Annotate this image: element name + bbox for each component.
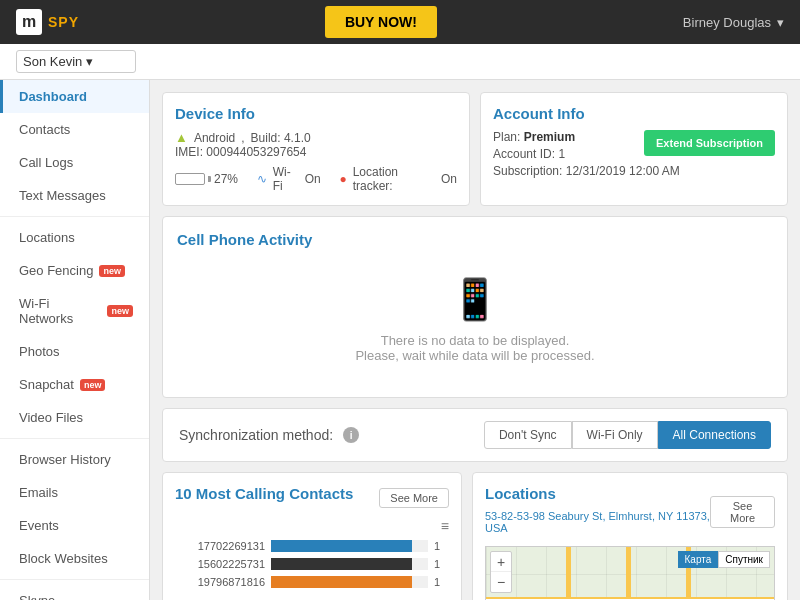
main-layout: DashboardContactsCall LogsText MessagesL…	[0, 80, 800, 600]
most-calling-title: 10 Most Calling Contacts	[175, 485, 353, 502]
android-icon: ▲	[175, 130, 188, 145]
wifi-label: Wi-Fi	[273, 165, 299, 193]
sync-method-label: Synchronization method:	[179, 427, 333, 443]
sidebar-label-dashboard: Dashboard	[19, 89, 87, 104]
sidebar-label-events: Events	[19, 518, 59, 533]
sidebar-item-dashboard[interactable]: Dashboard	[0, 80, 149, 113]
content-area: Device Info ▲ Android, Build: 4.1.0 IMEI…	[150, 80, 800, 600]
map-zoom-in-button[interactable]: +	[491, 552, 511, 572]
locations-see-more-button[interactable]: See More	[710, 496, 775, 528]
sidebar-divider	[0, 216, 149, 217]
map-type-buttons: Карта Спутник	[678, 551, 770, 568]
bar-container	[271, 576, 428, 588]
account-info-card: Account Info Plan: Premium Extend Subscr…	[480, 92, 788, 206]
sidebar-item-geo-fencing[interactable]: Geo Fencingnew	[0, 254, 149, 287]
menu-icon[interactable]: ≡	[175, 518, 449, 534]
locations-title: Locations	[485, 485, 710, 502]
most-calling-card: 10 Most Calling Contacts See More ≡ 1770…	[162, 472, 462, 600]
no-data-area: 📱 There is no data to be displayed. Plea…	[177, 256, 773, 383]
sidebar-item-call-logs[interactable]: Call Logs	[0, 146, 149, 179]
most-calling-see-more-button[interactable]: See More	[379, 488, 449, 508]
sidebar-label-call-logs: Call Logs	[19, 155, 73, 170]
no-data-line2: Please, wait while data will be processe…	[355, 348, 594, 363]
subscription-date: 12/31/2019 12:00 AM	[566, 164, 680, 178]
device-status-line: 27% ∿ Wi-Fi On ● Location tracker: On	[175, 165, 457, 193]
map-zoom-controls: + −	[490, 551, 512, 593]
locations-header: Locations 53-82-53-98 Seabury St, Elmhur…	[485, 485, 775, 538]
sidebar-label-wi-fi-networks: Wi-Fi Networks	[19, 296, 101, 326]
map-type-carta-button[interactable]: Карта	[678, 551, 719, 568]
sidebar-label-browser-history: Browser History	[19, 452, 111, 467]
account-id-value: 1	[558, 147, 565, 161]
sidebar-item-skype[interactable]: Skype	[0, 584, 149, 600]
user-name: Birney Douglas	[683, 15, 771, 30]
cell-phone-activity-card: Cell Phone Activity 📱 There is no data t…	[162, 216, 788, 398]
account-plan-value: Premium	[524, 130, 575, 144]
info-cards-row: Device Info ▲ Android, Build: 4.1.0 IMEI…	[162, 92, 788, 206]
bar-fill	[271, 558, 412, 570]
sidebar-item-snapchat[interactable]: Snapchatnew	[0, 368, 149, 401]
bar-fill	[271, 540, 412, 552]
sync-wifi-only-button[interactable]: Wi-Fi Only	[572, 421, 658, 449]
device-os-line: ▲ Android, Build: 4.1.0	[175, 130, 457, 145]
sidebar-item-events[interactable]: Events	[0, 509, 149, 542]
sidebar-item-wi-fi-networks[interactable]: Wi-Fi Networksnew	[0, 287, 149, 335]
sidebar-item-contacts[interactable]: Contacts	[0, 113, 149, 146]
battery-tip	[208, 176, 211, 182]
header: m SPY BUY NOW! Birney Douglas ▾	[0, 0, 800, 44]
badge-new-snapchat: new	[80, 379, 106, 391]
account-subscription-line: Subscription: 12/31/2019 12:00 AM	[493, 164, 775, 178]
battery-pct: 27%	[214, 172, 238, 186]
sidebar-label-text-messages: Text Messages	[19, 188, 106, 203]
no-data-line1: There is no data to be displayed.	[381, 333, 570, 348]
account-info-title: Account Info	[493, 105, 775, 122]
extend-subscription-button[interactable]: Extend Subscription	[644, 130, 775, 156]
map-type-sputnik-button[interactable]: Спутник	[718, 551, 770, 568]
logo-m-icon: m	[16, 9, 42, 35]
location-pin-icon: ●	[339, 172, 346, 186]
sidebar-item-locations[interactable]: Locations	[0, 221, 149, 254]
bar-count: 1	[434, 558, 449, 570]
sync-all-connections-button[interactable]: All Connections	[658, 421, 771, 449]
map-zoom-out-button[interactable]: −	[491, 572, 511, 592]
sidebar-item-browser-history[interactable]: Browser History	[0, 443, 149, 476]
most-calling-header: 10 Most Calling Contacts See More	[175, 485, 449, 510]
user-chevron-icon[interactable]: ▾	[777, 15, 784, 30]
battery-indicator: 27%	[175, 172, 238, 186]
locations-card: Locations 53-82-53-98 Seabury St, Elmhur…	[472, 472, 788, 600]
sidebar-item-photos[interactable]: Photos	[0, 335, 149, 368]
device-imei: IMEI: 000944053297654	[175, 145, 457, 159]
device-info-title: Device Info	[175, 105, 457, 122]
device-selector[interactable]: Son Kevin ▾	[16, 50, 136, 73]
subheader: Son Kevin ▾	[0, 44, 800, 80]
buy-now-button[interactable]: BUY NOW!	[325, 6, 437, 38]
bar-count: 1	[434, 576, 449, 588]
sync-info-icon: i	[343, 427, 359, 443]
badge-new-geo-fencing: new	[99, 265, 125, 277]
sidebar-label-geo-fencing: Geo Fencing	[19, 263, 93, 278]
sync-dont-sync-button[interactable]: Don't Sync	[484, 421, 572, 449]
sync-method-card: Synchronization method: i Don't Sync Wi-…	[162, 408, 788, 462]
sidebar-divider	[0, 438, 149, 439]
sidebar-item-emails[interactable]: Emails	[0, 476, 149, 509]
logo-spy-text: SPY	[48, 14, 79, 30]
sync-buttons-group: Don't Sync Wi-Fi Only All Connections	[484, 421, 771, 449]
bar-row: 177022691311	[175, 540, 449, 552]
wifi-status: On	[305, 172, 321, 186]
cell-activity-title: Cell Phone Activity	[177, 231, 773, 248]
bar-row: 156022257311	[175, 558, 449, 570]
map-road-v1	[566, 547, 571, 600]
sidebar-divider	[0, 579, 149, 580]
badge-new-wi-fi-networks: new	[107, 305, 133, 317]
sidebar-item-block-websites[interactable]: Block Websites	[0, 542, 149, 575]
map-road-v2	[626, 547, 631, 600]
device-dropdown-arrow-icon: ▾	[86, 54, 93, 69]
sidebar-label-emails: Emails	[19, 485, 58, 500]
bar-label: 19796871816	[175, 576, 265, 588]
user-area: Birney Douglas ▾	[683, 15, 784, 30]
bar-fill	[271, 576, 412, 588]
sidebar-label-contacts: Contacts	[19, 122, 70, 137]
phone-icon: 📱	[450, 276, 500, 323]
sidebar-item-text-messages[interactable]: Text Messages	[0, 179, 149, 212]
sidebar-item-video-files[interactable]: Video Files	[0, 401, 149, 434]
